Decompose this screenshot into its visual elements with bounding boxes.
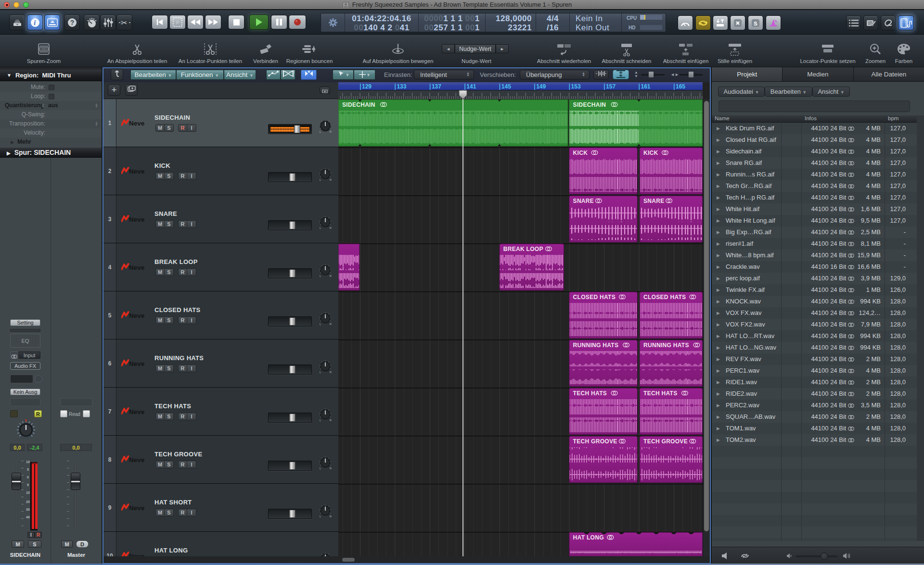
svg-text:Neve: Neve <box>129 504 145 512</box>
svg-text:137: 137 <box>432 83 441 90</box>
svg-text:149: 149 <box>536 83 546 90</box>
svg-text:KICK: KICK <box>573 150 588 156</box>
svg-text:SIDECHAIN: SIDECHAIN <box>342 101 375 108</box>
svg-text:RUNNING HATS: RUNNING HATS <box>643 342 689 349</box>
svg-text:Neve: Neve <box>129 216 145 223</box>
svg-text:153: 153 <box>571 83 581 90</box>
svg-text:R: R <box>330 275 332 277</box>
svg-text:R: R <box>330 467 332 470</box>
svg-text:BREAK LOOP: BREAK LOOP <box>503 246 543 252</box>
svg-text:145: 145 <box>501 83 511 90</box>
svg-text:R: R <box>330 226 332 229</box>
svg-text:SNARE: SNARE <box>643 198 665 204</box>
svg-text:Neve: Neve <box>129 360 145 367</box>
svg-text:HAT LONG: HAT LONG <box>573 534 604 541</box>
svg-text:R: R <box>330 130 332 133</box>
svg-text:L: L <box>320 178 321 181</box>
svg-text:129: 129 <box>362 83 372 90</box>
svg-text:✂: ✂ <box>121 19 127 27</box>
svg-text:SNARE: SNARE <box>573 198 594 204</box>
svg-text:Neve: Neve <box>129 168 145 175</box>
svg-text:RUNNING HATS: RUNNING HATS <box>573 342 619 349</box>
svg-text:TECH HATS: TECH HATS <box>643 390 677 397</box>
svg-text:Neve: Neve <box>129 120 145 127</box>
svg-text:SIDECHAIN: SIDECHAIN <box>573 101 606 108</box>
svg-text:133: 133 <box>397 83 406 90</box>
svg-text:R: R <box>330 178 332 181</box>
svg-text:L: L <box>320 467 321 470</box>
svg-text:141: 141 <box>466 83 476 90</box>
svg-text:TECH GROOVE: TECH GROOVE <box>573 438 617 445</box>
svg-text:CLOSED HATS: CLOSED HATS <box>643 294 686 301</box>
svg-text:L: L <box>320 515 321 518</box>
svg-text:CLOSED HATS: CLOSED HATS <box>573 294 616 301</box>
svg-text:L: L <box>320 275 321 277</box>
svg-text:L: L <box>320 419 321 422</box>
svg-text:?: ? <box>70 19 74 26</box>
svg-text:Neve: Neve <box>129 312 145 319</box>
svg-text:Neve: Neve <box>129 408 145 415</box>
svg-text:L: L <box>320 226 321 229</box>
svg-text:L: L <box>320 371 321 374</box>
svg-text:R: R <box>330 371 332 374</box>
svg-text:TECH HATS: TECH HATS <box>573 390 607 397</box>
svg-text:R: R <box>330 323 332 326</box>
svg-text:Neve: Neve <box>129 552 145 557</box>
svg-text:R: R <box>330 419 332 422</box>
svg-text:TECH GROOVE: TECH GROOVE <box>643 438 688 445</box>
svg-text:Neve: Neve <box>129 264 145 271</box>
svg-text:L: L <box>320 130 321 133</box>
svg-text:165: 165 <box>676 83 685 90</box>
svg-text:157: 157 <box>606 83 616 90</box>
svg-text:R: R <box>330 515 332 518</box>
svg-text:L: L <box>320 323 321 326</box>
svg-text:i: i <box>34 19 36 26</box>
svg-text:161: 161 <box>641 83 651 90</box>
svg-text:KICK: KICK <box>643 150 658 156</box>
svg-text:Neve: Neve <box>129 456 145 464</box>
svg-text:S: S <box>754 20 757 26</box>
